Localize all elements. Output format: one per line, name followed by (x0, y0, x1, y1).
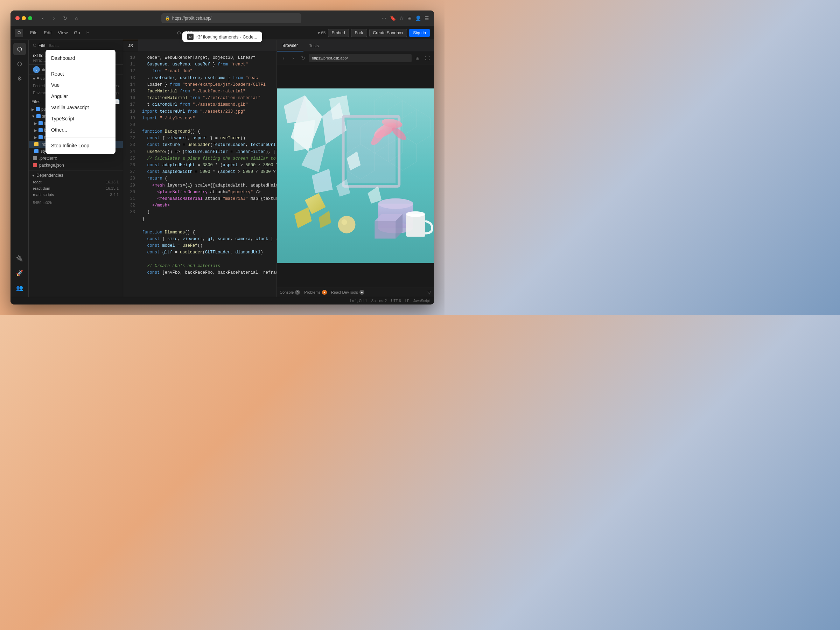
sidebar-icon-deploy[interactable]: 🚀 (13, 267, 26, 279)
dep-react-version: 16.13.1 (106, 180, 118, 184)
reload-button[interactable]: ↻ (60, 13, 70, 23)
folder-assets[interactable]: ▶ assets (29, 120, 123, 127)
nav-h[interactable]: H (84, 29, 92, 37)
nav-buttons: ‹ › ↻ ⌂ (38, 13, 81, 23)
open-external-icon[interactable]: ⊞ (414, 55, 422, 61)
fork-button[interactable]: Fork (351, 29, 367, 37)
embed-button[interactable]: Embed (328, 29, 349, 37)
nav-go[interactable]: View (55, 29, 70, 37)
folder-backface[interactable]: ▶ backface-material (29, 127, 123, 134)
file-panel: ⬡ File San... r3f flo... refrac... d drc… (29, 40, 123, 297)
folder-backface-label: backface-material (44, 128, 77, 133)
sandbox-short: San... (49, 43, 59, 47)
minimize-button[interactable] (22, 16, 26, 20)
preview-forward-icon[interactable]: › (289, 55, 297, 61)
menu-icon[interactable]: ☰ (425, 16, 429, 21)
workspace-name: File (38, 43, 45, 48)
close-bottom-bar-icon[interactable]: ▽ (427, 289, 431, 295)
sandbox-id: 5459ae02b (29, 199, 123, 206)
nav-view[interactable]: Edit (41, 29, 54, 37)
preview-back-icon[interactable]: ‹ (279, 55, 287, 61)
file-index-js-label: index.js (41, 142, 55, 147)
home-button[interactable]: ⌂ (71, 13, 81, 23)
address-area: 🔒 https://prb9t.csb.app/ (84, 13, 379, 23)
folder-refraction[interactable]: ▶ refraction-material (29, 134, 123, 141)
heart-count[interactable]: ♥ 65 (317, 30, 325, 35)
toolbar-right: ⋯ 🔖 ☆ ⊞ 👤 ☰ (382, 16, 429, 21)
folder-src[interactable]: ▼ src (29, 113, 123, 120)
browser-address-bar[interactable]: 🔒 https://prb9t.csb.app/ (161, 13, 302, 23)
maximize-button[interactable] (28, 16, 32, 20)
sign-in-button[interactable]: Sign in (409, 29, 430, 37)
forked-label: Forked From (33, 84, 55, 88)
preview-url-bar[interactable]: https://prb9t.csb.app/ (309, 54, 412, 62)
file-prettierrc[interactable]: .prettierrc (29, 155, 123, 162)
pro-badge: Pro (57, 68, 64, 72)
problems-tab[interactable]: Problems ● (304, 290, 327, 295)
status-line-ending: LF (405, 299, 409, 303)
console-badge: 8 (295, 290, 300, 295)
editor-tab-js[interactable]: JS (123, 40, 138, 51)
code-content[interactable]: oader, WebGLRenderTarget, Object3D, Line… (139, 52, 276, 297)
star-icon[interactable]: ☆ (399, 16, 404, 21)
file-package-json-label: package.json (39, 163, 64, 167)
new-folder-icon[interactable]: 📁 (107, 99, 113, 104)
file-package-json[interactable]: package.json (29, 162, 123, 169)
dep-react-scripts-name: react-scripts (33, 193, 54, 197)
file-index-js[interactable]: index.js (29, 141, 123, 148)
profile-icon[interactable]: 👤 (415, 16, 421, 21)
files-actions: ↓ 📁 📄 (104, 99, 120, 104)
tab-browser[interactable]: Browser (277, 40, 303, 51)
console-tab[interactable]: Console 8 (279, 290, 300, 295)
dependencies-title: Dependencies (36, 173, 63, 178)
user-info: d drcmda Pro (29, 65, 123, 75)
user-avatar: d (33, 66, 40, 73)
dependencies-header[interactable]: ▼ Dependencies (29, 172, 123, 179)
sandbox-name: r3f flo... (33, 53, 118, 58)
nav-help[interactable]: Go (71, 29, 83, 37)
reading-list-icon[interactable]: ⊞ (407, 16, 412, 21)
extensions-icon[interactable]: ⋯ (382, 16, 387, 21)
close-button[interactable] (16, 16, 20, 20)
code-editor[interactable]: 1011121314 1516171819 2021222324 2526272… (123, 52, 276, 297)
heart-icon: ♥ (33, 77, 35, 81)
forward-button[interactable]: › (49, 13, 59, 23)
sort-files-icon[interactable]: ↓ (104, 99, 106, 104)
tab-tests[interactable]: Tests (303, 40, 324, 51)
files-section: Files ↓ 📁 📄 ▶ public ▼ (29, 96, 123, 170)
svg-point-33 (406, 212, 425, 217)
preview-scene (277, 65, 434, 287)
traffic-lights (16, 16, 32, 20)
forked-row: Forked From React-Three-Fibe... threes (29, 82, 123, 89)
fullscreen-icon[interactable]: ⛶ (423, 55, 431, 61)
preview-refresh-icon[interactable]: ↻ (299, 55, 307, 61)
new-file-icon[interactable]: 📄 (114, 99, 120, 104)
dep-react-dom-version: 16.13.1 (106, 186, 118, 190)
create-sandbox-button[interactable]: Create Sandbox (369, 29, 407, 37)
svg-point-28 (378, 199, 413, 209)
back-button[interactable]: ‹ (38, 13, 47, 23)
status-language: JavaScript (413, 299, 430, 303)
status-position: Ln 1, Col 1 (350, 299, 367, 303)
folder-public[interactable]: ▶ public (29, 106, 123, 113)
dep-react-name: react (33, 180, 41, 184)
sidebar-icon-settings[interactable]: ⚙ (13, 72, 26, 85)
sidebar-icon-explorer[interactable]: ⬡ (13, 57, 26, 70)
nav-file[interactable]: File (27, 29, 40, 37)
sidebar-icon-team[interactable]: 👥 (13, 281, 26, 294)
react-devtools-label: React DevTools (331, 290, 358, 294)
editor-tabs: JS (123, 40, 276, 52)
file-prettierrc-label: .prettierrc (39, 156, 57, 161)
workspace-icon: ⬡ (33, 43, 36, 47)
problems-label: Problems (304, 290, 320, 294)
sandbox-title: r3f floating diamonds (183, 30, 226, 35)
file-tree: ▶ public ▼ src ▶ assets (29, 106, 123, 169)
bookmarks-icon[interactable]: 🔖 (390, 16, 396, 21)
csb-actions: ♥ 65 Embed Fork Create Sandbox Sign in (317, 29, 430, 37)
sidebar-icon-files[interactable]: ⬡ (13, 43, 26, 55)
browser-preview (277, 65, 434, 287)
react-devtools-tab[interactable]: React DevTools ● (331, 290, 364, 295)
hearts-count: ❤ 65 (36, 76, 45, 81)
file-styles-css[interactable]: styles.css (29, 148, 123, 155)
sidebar-icon-plugins[interactable]: 🔌 (13, 252, 26, 265)
